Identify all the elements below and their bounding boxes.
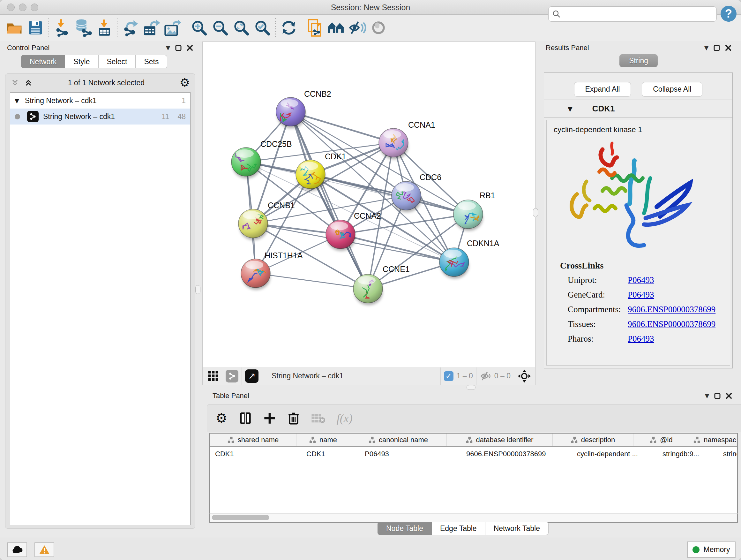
collapse-all-chevron-icon[interactable] [24, 78, 33, 87]
network-grid-icon[interactable] [207, 370, 220, 382]
network-options-gear-icon[interactable]: ⚙ [180, 77, 190, 88]
cloud-status-button[interactable] [7, 543, 27, 557]
table-cell[interactable]: cyclin-dependent ... [572, 447, 657, 461]
column-header-description[interactable]: description [553, 434, 633, 446]
zoom-out-button[interactable] [210, 17, 231, 38]
column-header-database-identifier[interactable]: database identifier [447, 434, 553, 446]
network-row[interactable]: String Network – cdk1 11 48 [10, 109, 190, 125]
scrollbar-thumb[interactable] [212, 515, 269, 520]
function-builder-fx-icon[interactable]: f(x) [337, 412, 353, 425]
tab-edge-table[interactable]: Edge Table [432, 522, 485, 535]
search-input[interactable] [561, 8, 713, 20]
table-cell[interactable]: stringdb:9... [657, 447, 718, 461]
tab-string[interactable]: String [619, 54, 658, 67]
crosslink-link[interactable]: 9606.ENSP00000378699 [628, 305, 716, 314]
results-menu-caret-icon[interactable]: ▼ [704, 45, 709, 51]
help-button[interactable]: ? [721, 6, 737, 22]
column-header-name[interactable]: name [296, 434, 350, 446]
apply-layout-button[interactable] [278, 17, 299, 38]
node-result-header[interactable]: ▼ CDK1 [544, 100, 732, 118]
network-node-CCNB1[interactable]: CCNB1 [239, 201, 295, 240]
network-node-HIST1H1A[interactable]: HIST1H1A [241, 251, 303, 290]
expand-all-chevron-icon[interactable] [10, 78, 19, 87]
column-header-canonical-name[interactable]: canonical name [350, 434, 447, 446]
delete-column-trash-icon[interactable] [287, 412, 300, 425]
show-all-button[interactable] [368, 17, 389, 38]
network-node-CCNE1[interactable]: CCNE1 [353, 265, 410, 305]
hide-selected-button[interactable] [347, 17, 368, 38]
tab-node-table[interactable]: Node Table [378, 522, 432, 535]
table-cell[interactable]: CDK1 [210, 447, 301, 461]
table-settings-gear-icon[interactable]: ⚙ [215, 412, 227, 425]
network-node-CDC25B[interactable]: CDC25B [231, 139, 292, 179]
tab-sets[interactable]: Sets [136, 55, 167, 68]
delete-table-icon[interactable] [311, 413, 325, 424]
network-edge[interactable] [291, 112, 368, 289]
pan-crosshair-icon[interactable] [517, 369, 531, 383]
panel-menu-caret-icon[interactable]: ▼ [166, 45, 170, 51]
import-database-button[interactable] [72, 17, 93, 38]
collapse-all-button[interactable]: Collapse All [642, 82, 702, 97]
export-table-button[interactable] [141, 17, 162, 38]
tab-style[interactable]: Style [65, 55, 98, 68]
save-session-button[interactable] [25, 17, 46, 38]
float-panel-icon[interactable] [175, 45, 182, 51]
network-edge[interactable] [256, 273, 368, 289]
bottom-divider-handle[interactable] [467, 385, 475, 390]
hidden-eye-icon[interactable] [480, 370, 492, 382]
column-header-shared-name[interactable]: shared name [210, 434, 296, 446]
import-table-button[interactable] [93, 17, 115, 38]
first-neighbors-button[interactable] [326, 17, 347, 38]
float-table-icon[interactable] [714, 393, 721, 399]
table-cell[interactable]: CDK1 [301, 447, 360, 461]
zoom-in-button[interactable] [189, 17, 210, 38]
network-node-RB1[interactable]: RB1 [454, 191, 495, 231]
column-header-namespac[interactable]: namespac [689, 434, 738, 446]
network-share-icon[interactable] [226, 370, 239, 382]
close-table-icon[interactable] [726, 393, 732, 399]
collection-expand-triangle-icon[interactable]: ▼ [15, 98, 19, 104]
network-node-CCNA1[interactable]: CCNA1 [379, 120, 435, 159]
selected-checkbox-icon[interactable]: ✓ [444, 371, 454, 381]
expand-all-button[interactable]: Expand All [574, 82, 631, 97]
entry-collapse-triangle-icon[interactable]: ▼ [568, 105, 572, 112]
tab-select[interactable]: Select [98, 55, 136, 68]
annotation-button[interactable] [305, 17, 326, 38]
open-session-button[interactable] [4, 17, 25, 38]
table-cell[interactable]: stringdb [718, 447, 738, 461]
create-column-plus-icon[interactable] [263, 412, 276, 425]
warnings-button[interactable] [35, 543, 54, 557]
crosslink-link[interactable]: P06493 [628, 290, 654, 300]
crosslink-link[interactable]: 9606.ENSP00000378699 [628, 319, 716, 329]
network-collection-row[interactable]: ▼ String Network – cdk1 1 [10, 92, 190, 109]
memory-button[interactable]: Memory [687, 542, 736, 558]
table-row[interactable]: CDK1CDK1P064939606.ENSP00000378699cyclin… [210, 447, 737, 461]
network-canvas[interactable]: CCNB2CCNA1CDC25BCDK1CDC6RB1CCNB1CCNA2CDK… [203, 42, 535, 367]
export-network-button[interactable] [120, 17, 141, 38]
import-network-button[interactable] [51, 17, 72, 38]
table-cell[interactable]: P06493 [360, 447, 461, 461]
right-divider-handle[interactable] [533, 208, 538, 217]
network-node-CCNB2[interactable]: CCNB2 [276, 89, 331, 128]
column-header-@id[interactable]: @id [633, 434, 689, 446]
export-image-button[interactable] [162, 17, 183, 38]
zoom-fit-button[interactable] [231, 17, 252, 38]
network-edge[interactable] [311, 174, 468, 214]
zoom-selected-button[interactable] [252, 17, 273, 38]
table-horizontal-scrollbar[interactable] [209, 513, 738, 523]
left-divider-handle[interactable] [195, 285, 200, 294]
network-node-CDK1[interactable]: CDK1 [296, 152, 346, 191]
network-node-CDKN1A[interactable]: CDKN1A [440, 239, 499, 279]
birds-eye-view-icon[interactable]: ↗ [245, 369, 259, 383]
tab-network[interactable]: Network [21, 55, 65, 68]
float-results-icon[interactable] [714, 45, 720, 51]
crosslink-link[interactable]: P06493 [628, 275, 654, 285]
table-cell[interactable]: 9606.ENSP00000378699 [461, 447, 572, 461]
network-edge[interactable] [291, 112, 394, 143]
tab-network-table[interactable]: Network Table [485, 522, 549, 535]
show-columns-icon[interactable] [239, 411, 252, 425]
crosslink-link[interactable]: P06493 [628, 334, 654, 344]
close-results-icon[interactable] [725, 45, 731, 51]
table-menu-caret-icon[interactable]: ▼ [705, 393, 709, 399]
close-panel-icon[interactable] [187, 45, 193, 51]
